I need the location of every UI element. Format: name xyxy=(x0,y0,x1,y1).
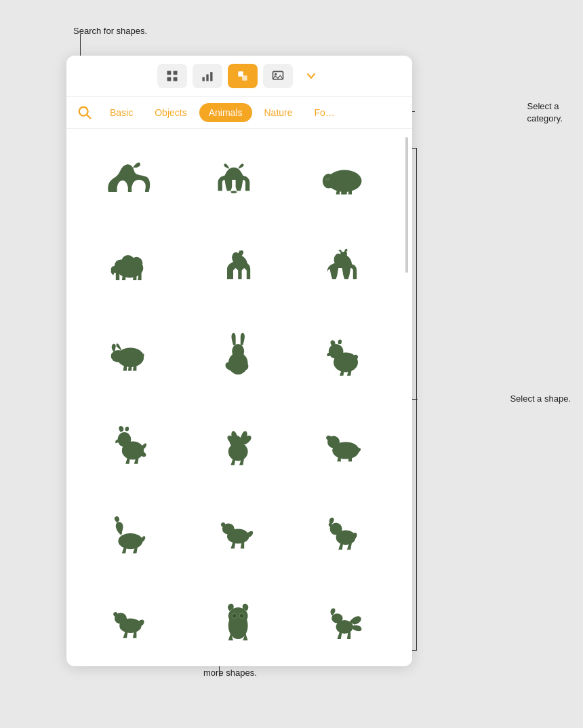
search-button[interactable] xyxy=(75,102,95,123)
shape-bird-walking[interactable] xyxy=(195,495,283,570)
shape-donkey[interactable] xyxy=(302,231,390,305)
shape-bird-wings[interactable] xyxy=(302,583,390,658)
shape-horse[interactable] xyxy=(89,142,177,217)
svg-point-25 xyxy=(111,350,126,362)
chart-icon xyxy=(201,69,214,83)
toolbar-media-button[interactable] xyxy=(263,64,293,88)
svg-rect-2 xyxy=(167,77,172,81)
annotation-search: Search for shapes. xyxy=(73,26,147,36)
toolbar-dropdown-button[interactable] xyxy=(301,64,321,88)
shapes-row-3 xyxy=(66,312,412,400)
shape-owl[interactable] xyxy=(195,583,283,658)
svg-point-18 xyxy=(327,178,330,180)
shape-duck[interactable] xyxy=(302,407,390,482)
tab-basic[interactable]: Basic xyxy=(100,103,142,122)
svg-point-31 xyxy=(118,432,132,447)
toolbar-shapes-button[interactable] xyxy=(228,64,258,88)
svg-point-17 xyxy=(325,178,327,180)
shapes-row-2 xyxy=(66,224,412,312)
tab-animals[interactable]: Animals xyxy=(199,103,252,122)
svg-point-10 xyxy=(275,73,277,75)
shapes-row-6 xyxy=(66,577,412,658)
svg-point-50 xyxy=(331,613,342,623)
shape-sheep[interactable] xyxy=(89,231,177,305)
annotation-shape: Select a shape. xyxy=(510,394,571,404)
bracket-line-bottom xyxy=(411,650,417,651)
shape-pig[interactable] xyxy=(302,142,390,217)
grid-icon xyxy=(165,69,179,83)
svg-rect-5 xyxy=(206,75,208,81)
shape-bull[interactable] xyxy=(89,319,177,394)
toolbar xyxy=(66,56,412,97)
shape-rooster[interactable] xyxy=(89,407,177,482)
svg-point-27 xyxy=(232,344,244,359)
search-icon xyxy=(77,105,92,120)
media-icon xyxy=(271,69,285,83)
shape-rabbit[interactable] xyxy=(195,319,283,394)
tab-nature[interactable]: Nature xyxy=(255,103,302,122)
shape-goose[interactable] xyxy=(89,495,177,570)
tab-food[interactable]: Fo… xyxy=(305,103,344,122)
svg-line-12 xyxy=(87,115,90,118)
shapes-row-4 xyxy=(66,400,412,488)
svg-point-40 xyxy=(329,523,342,535)
shape-bird-standing[interactable] xyxy=(302,495,390,570)
svg-rect-6 xyxy=(210,72,212,81)
tab-objects[interactable]: Objects xyxy=(145,103,196,122)
svg-rect-4 xyxy=(203,77,205,81)
svg-point-29 xyxy=(328,344,343,359)
svg-point-16 xyxy=(323,177,331,183)
shape-crow[interactable] xyxy=(89,583,177,658)
chevron-down-icon xyxy=(307,73,315,79)
bracket-line-top xyxy=(411,148,417,149)
toolbar-grid-button[interactable] xyxy=(157,64,187,88)
toolbar-chart-button[interactable] xyxy=(193,64,222,88)
shape-chicken[interactable] xyxy=(302,319,390,394)
shape-cow[interactable] xyxy=(195,142,283,217)
shape-picker-panel: Basic Objects Animals Nature Fo… xyxy=(66,56,412,666)
shape-goat[interactable] xyxy=(195,231,283,305)
svg-point-47 xyxy=(233,614,236,617)
svg-rect-3 xyxy=(174,77,178,81)
svg-point-44 xyxy=(228,607,248,624)
shape-turkey[interactable] xyxy=(195,407,283,482)
scroll-indicator[interactable] xyxy=(405,137,408,273)
shapes-icon xyxy=(236,69,249,83)
svg-rect-8 xyxy=(242,75,247,81)
category-tabs: Basic Objects Animals Nature Fo… xyxy=(66,97,412,129)
annotation-category: Select acategory. xyxy=(527,100,563,125)
svg-rect-1 xyxy=(174,71,178,75)
shapes-row-5 xyxy=(66,488,412,577)
svg-rect-0 xyxy=(167,71,172,75)
svg-point-13 xyxy=(230,191,237,193)
shapes-row-1 xyxy=(66,136,412,224)
shapes-grid xyxy=(66,129,412,658)
svg-point-36 xyxy=(119,533,143,549)
svg-point-22 xyxy=(131,257,143,269)
svg-point-48 xyxy=(240,614,243,617)
